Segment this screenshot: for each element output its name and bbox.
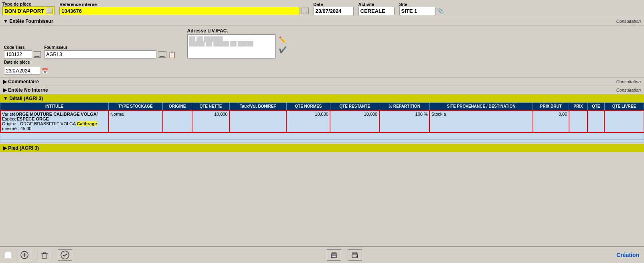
code-tiers-label: Code Tiers bbox=[4, 45, 41, 50]
code-tiers-input[interactable] bbox=[4, 50, 32, 58]
fournisseur-row-1: Code Tiers __ Fournisseur __ 📋 Adresse L… bbox=[4, 28, 640, 58]
col-qte: QTE bbox=[587, 103, 604, 110]
type-de-piece-label: Type de pièce bbox=[2, 2, 55, 6]
fournisseur-name-input[interactable] bbox=[44, 50, 156, 58]
print-export-button[interactable] bbox=[348, 249, 362, 261]
svg-rect-5 bbox=[43, 253, 46, 254]
cell-prix bbox=[569, 110, 587, 133]
code-tiers-dots-button[interactable]: __ bbox=[33, 51, 41, 58]
col-prix-brut: PRIX BRUT bbox=[533, 103, 569, 110]
detail-table-body: VariétéORGE MOUTURE CALIBRAGE VOLGA/ Esp… bbox=[0, 110, 644, 143]
cell-type-stockage: Normal bbox=[109, 110, 163, 133]
svg-rect-9 bbox=[332, 255, 336, 257]
pied-section-title[interactable]: ▶ Pied (AGRI 3) bbox=[3, 145, 39, 151]
cell-qte-livree bbox=[604, 110, 644, 133]
col-qte-normes: QTE NORMES bbox=[286, 103, 330, 110]
adresse-blurred-line2: █████ ██ █████ ██ █████ bbox=[189, 41, 253, 46]
bottom-toolbar: Création bbox=[0, 246, 644, 263]
site-value: SITE 1 bbox=[399, 7, 435, 15]
fournisseur-section-bar: ▼ Entête Fournisseur Consultation bbox=[0, 17, 644, 26]
cell-origine bbox=[163, 110, 192, 133]
fournisseur-content: Code Tiers __ Fournisseur __ 📋 Adresse L… bbox=[0, 26, 644, 78]
date-piece-input[interactable] bbox=[4, 67, 40, 75]
date-piece-label: Date de pièce bbox=[4, 60, 30, 64]
fournisseur-name-label: Fournisseur bbox=[44, 45, 176, 50]
add-button[interactable] bbox=[18, 250, 31, 260]
reference-interne-value: 1043676 bbox=[59, 7, 300, 15]
type-de-piece-value: BON D'APPORT ... bbox=[2, 6, 55, 15]
cell-qte-normes: 10,000 bbox=[286, 110, 330, 133]
copy-icon[interactable]: 📋 bbox=[168, 51, 176, 58]
cell-intitule: VariétéORGE MOUTURE CALIBRAGE VOLGA/ Esp… bbox=[0, 110, 109, 133]
commentaire-consultation: Consultation bbox=[616, 79, 641, 84]
entete-no-interne-section-bar: ▶ Entête No Interne Consultation bbox=[0, 86, 644, 94]
intitule-origine-text: Origine : ORGE BRASSERIE VOLGA bbox=[2, 121, 77, 126]
site-group: Site SITE 1 📎 bbox=[399, 2, 444, 15]
delete-button[interactable] bbox=[38, 250, 51, 260]
detail-section-title[interactable]: ▼ Détail (AGRI 3) bbox=[3, 96, 43, 101]
col-pct-repartition: % REPARTITION bbox=[379, 103, 430, 110]
table-empty-row bbox=[0, 133, 644, 140]
creation-button: Création bbox=[616, 252, 639, 258]
fournisseur-name-group: Fournisseur __ 📋 bbox=[44, 45, 176, 58]
attachment-icon[interactable]: 📎 bbox=[437, 8, 444, 14]
date-group: Date 23/07/2024 bbox=[314, 2, 354, 15]
header-row: INTITULE TYPE STOCKAGE ORIGINE QTE NETTE… bbox=[0, 103, 644, 110]
fournisseur-name-dots-button[interactable]: __ bbox=[158, 51, 166, 58]
intitule-espece-bold: ESPECE ORGE bbox=[17, 116, 49, 121]
col-origine: ORIGINE bbox=[163, 103, 192, 110]
cell-taux-val bbox=[229, 110, 286, 133]
cell-pct-repartition: 100 % bbox=[379, 110, 430, 133]
col-intitule: INTITULE bbox=[0, 103, 109, 110]
commentaire-section-title[interactable]: ▶ Commentaire bbox=[3, 79, 39, 84]
blue-cell bbox=[0, 140, 644, 143]
cell-site-prov-dest: Stock a bbox=[429, 110, 533, 133]
date-label: Date bbox=[314, 2, 354, 7]
date-piece-value-row: 📅 bbox=[4, 67, 640, 75]
cell-qte-restante: 10,000 bbox=[330, 110, 379, 133]
svg-marker-12 bbox=[356, 255, 358, 257]
intitule-bold: ORGE MOUTURE CALIBRAGE VOLGA/ bbox=[16, 112, 98, 116]
activite-group: Activité CEREALE bbox=[358, 2, 395, 15]
intitule-espece-label: Espèce bbox=[2, 116, 17, 121]
detail-table-header: INTITULE TYPE STOCKAGE ORIGINE QTE NETTE… bbox=[0, 103, 644, 110]
cell-prix-brut: 0,00 bbox=[533, 110, 569, 133]
detail-table-wrapper: INTITULE TYPE STOCKAGE ORIGINE QTE NETTE… bbox=[0, 102, 644, 143]
col-qte-restante: QTE RESTANTE bbox=[330, 103, 379, 110]
adresse-group: Adresse LIV./FAC. ██ ██ ██████ █████ ██ … bbox=[187, 28, 287, 58]
intitule-variete-label: Variété bbox=[2, 112, 16, 116]
print-button[interactable] bbox=[327, 249, 341, 261]
calendar-icon[interactable]: 📅 bbox=[42, 68, 48, 74]
date-piece-row: Date de pièce bbox=[4, 60, 640, 65]
table-blue-row bbox=[0, 140, 644, 143]
table-row[interactable]: VariétéORGE MOUTURE CALIBRAGE VOLGA/ Esp… bbox=[0, 110, 644, 133]
adresse-label: Adresse LIV./FAC. bbox=[187, 28, 287, 34]
commentaire-section-bar: ▶ Commentaire Consultation bbox=[0, 78, 644, 86]
col-taux-val: Taux/Val. BON/REF bbox=[229, 103, 286, 110]
edit-pencil-icon[interactable]: ✏️ bbox=[279, 36, 287, 44]
entete-no-interne-section-title[interactable]: ▶ Entête No Interne bbox=[3, 87, 48, 93]
activite-value: CEREALE bbox=[358, 7, 395, 15]
fournisseur-consultation: Consultation bbox=[616, 19, 641, 24]
cell-qte-nette: 10,000 bbox=[192, 110, 229, 133]
top-bar: Type de pièce BON D'APPORT ... Référence… bbox=[0, 0, 644, 17]
col-type-stockage: TYPE STOCKAGE bbox=[109, 103, 163, 110]
col-qte-nette: QTE NETTE bbox=[192, 103, 229, 110]
cell-qte bbox=[587, 110, 604, 133]
row-checkbox[interactable] bbox=[5, 252, 11, 258]
col-prix: PRIX bbox=[569, 103, 587, 110]
reference-interne-dots-button[interactable]: ... bbox=[302, 8, 308, 14]
check-circle-icon: ✔️ bbox=[279, 46, 287, 54]
type-de-piece-group: Type de pièce BON D'APPORT ... bbox=[2, 2, 55, 15]
svg-rect-3 bbox=[42, 254, 47, 258]
detail-table: INTITULE TYPE STOCKAGE ORIGINE QTE NETTE… bbox=[0, 102, 644, 143]
site-label: Site bbox=[399, 2, 444, 7]
type-de-piece-dots-button[interactable]: ... bbox=[46, 8, 53, 14]
col-qte-livree: QTE LIVREE bbox=[604, 103, 644, 110]
reference-interne-group: Référence interne 1043676 ... bbox=[59, 2, 308, 15]
intitule-calibrage-highlight: Calibrage bbox=[77, 121, 97, 126]
adresse-blurred-line1: ██ ██ ██████ bbox=[189, 36, 223, 41]
intitule-mesure: mesuré : 45,00 bbox=[2, 126, 31, 131]
validate-button[interactable] bbox=[58, 249, 72, 261]
fournisseur-section-title[interactable]: ▼ Entête Fournisseur bbox=[3, 18, 53, 24]
